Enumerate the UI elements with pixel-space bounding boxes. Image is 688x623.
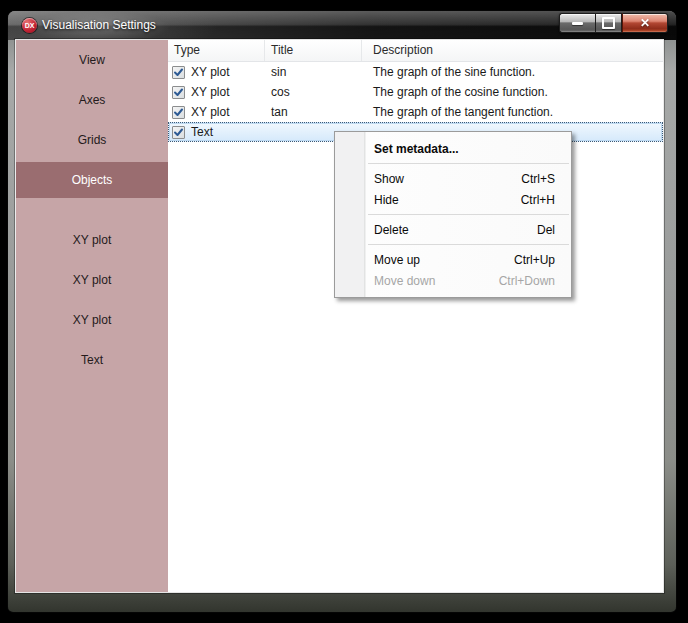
maximize-button[interactable] <box>595 13 622 33</box>
table-row[interactable]: XY plot sin The graph of the sine functi… <box>168 62 663 82</box>
cell-description: The graph of the cosine function. <box>362 85 662 99</box>
cell-description: The graph of the tangent function. <box>362 105 662 119</box>
cell-type: XY plot <box>169 65 265 79</box>
sidebar-item-view[interactable]: View <box>16 40 168 80</box>
desktop-background: DX Visualisation Settings ✕ View Axes Gr… <box>0 0 688 623</box>
close-button[interactable]: ✕ <box>622 13 668 33</box>
titlebar[interactable]: DX Visualisation Settings ✕ <box>8 11 676 40</box>
menu-item-delete[interactable]: Delete Del <box>335 219 571 240</box>
sidebar-item-label: Objects <box>72 173 113 187</box>
cell-type-label: Text <box>191 125 213 139</box>
menu-item-set-metadata[interactable]: Set metadata... <box>335 138 571 159</box>
sidebar-item-label: Axes <box>79 93 106 107</box>
menu-item-shortcut: Del <box>537 223 555 237</box>
table-panel: Type Title Description XY plot sin The g… <box>168 40 663 592</box>
cell-type-label: XY plot <box>191 65 229 79</box>
context-menu: Set metadata... Show Ctrl+S Hide Ctrl+H … <box>334 131 572 298</box>
menu-item-shortcut: Ctrl+Up <box>514 253 555 267</box>
menu-item-shortcut: Ctrl+Down <box>499 274 555 288</box>
app-icon: DX <box>22 18 37 33</box>
app-icon-text: DX <box>25 22 35 29</box>
sidebar: View Axes Grids Objects XY plot XY plot … <box>16 40 168 592</box>
column-header-description[interactable]: Description <box>362 40 663 61</box>
menu-item-label: Delete <box>374 223 537 237</box>
window: DX Visualisation Settings ✕ View Axes Gr… <box>8 11 676 612</box>
row-checkbox[interactable] <box>172 106 185 119</box>
cell-title: cos <box>265 85 362 99</box>
sidebar-spacer <box>16 200 168 220</box>
menu-item-label: Move up <box>374 253 514 267</box>
sidebar-item-label: XY plot <box>73 313 111 327</box>
check-icon <box>173 87 184 98</box>
cell-type: XY plot <box>169 105 265 119</box>
check-icon <box>173 67 184 78</box>
sidebar-item-label: XY plot <box>73 233 111 247</box>
table-body: XY plot sin The graph of the sine functi… <box>168 62 663 142</box>
cell-title: sin <box>265 65 362 79</box>
sidebar-item-label: Grids <box>78 133 107 147</box>
menu-separator <box>368 244 569 245</box>
menu-item-move-up[interactable]: Move up Ctrl+Up <box>335 249 571 270</box>
menu-item-hide[interactable]: Hide Ctrl+H <box>335 189 571 210</box>
menu-item-show[interactable]: Show Ctrl+S <box>335 168 571 189</box>
cell-type-label: XY plot <box>191 85 229 99</box>
sidebar-item-objects[interactable]: Objects <box>16 162 168 198</box>
menu-item-label: Set metadata... <box>374 142 555 156</box>
table-header: Type Title Description <box>168 40 663 62</box>
sidebar-subitem-xy-plot[interactable]: XY plot <box>16 260 168 300</box>
menu-item-label: Hide <box>374 193 521 207</box>
cell-type: Text <box>169 125 265 139</box>
cell-description: The graph of the sine function. <box>362 65 662 79</box>
row-checkbox[interactable] <box>172 66 185 79</box>
menu-item-shortcut: Ctrl+H <box>521 193 555 207</box>
maximize-icon <box>602 17 615 29</box>
menu-item-shortcut: Ctrl+S <box>521 172 555 186</box>
client-area: View Axes Grids Objects XY plot XY plot … <box>16 40 663 592</box>
cell-title: tan <box>265 105 362 119</box>
sidebar-item-grids[interactable]: Grids <box>16 120 168 160</box>
column-header-type[interactable]: Type <box>168 40 265 61</box>
sidebar-item-axes[interactable]: Axes <box>16 80 168 120</box>
sidebar-subitem-text[interactable]: Text <box>16 340 168 380</box>
row-checkbox[interactable] <box>172 126 185 139</box>
sidebar-item-label: Text <box>81 353 103 367</box>
table-row[interactable]: XY plot cos The graph of the cosine func… <box>168 82 663 102</box>
caption-buttons: ✕ <box>559 13 668 33</box>
row-checkbox[interactable] <box>172 86 185 99</box>
cell-type: XY plot <box>169 85 265 99</box>
menu-item-label: Move down <box>374 274 499 288</box>
menu-item-label: Show <box>374 172 521 186</box>
screen: { "window": { "title": "Visualisation Se… <box>0 0 688 623</box>
minimize-button[interactable] <box>559 13 595 33</box>
menu-separator <box>368 214 569 215</box>
sidebar-item-label: XY plot <box>73 273 111 287</box>
close-icon: ✕ <box>640 16 650 30</box>
sidebar-subitem-xy-plot[interactable]: XY plot <box>16 220 168 260</box>
menu-separator <box>368 163 569 164</box>
menu-item-move-down: Move down Ctrl+Down <box>335 270 571 291</box>
table-row[interactable]: XY plot tan The graph of the tangent fun… <box>168 102 663 122</box>
sidebar-subitem-xy-plot[interactable]: XY plot <box>16 300 168 340</box>
minimize-icon <box>572 22 583 25</box>
check-icon <box>173 127 184 138</box>
sidebar-item-label: View <box>79 53 105 67</box>
check-icon <box>173 107 184 118</box>
window-title: Visualisation Settings <box>42 11 156 40</box>
cell-type-label: XY plot <box>191 105 229 119</box>
column-header-title[interactable]: Title <box>265 40 362 61</box>
